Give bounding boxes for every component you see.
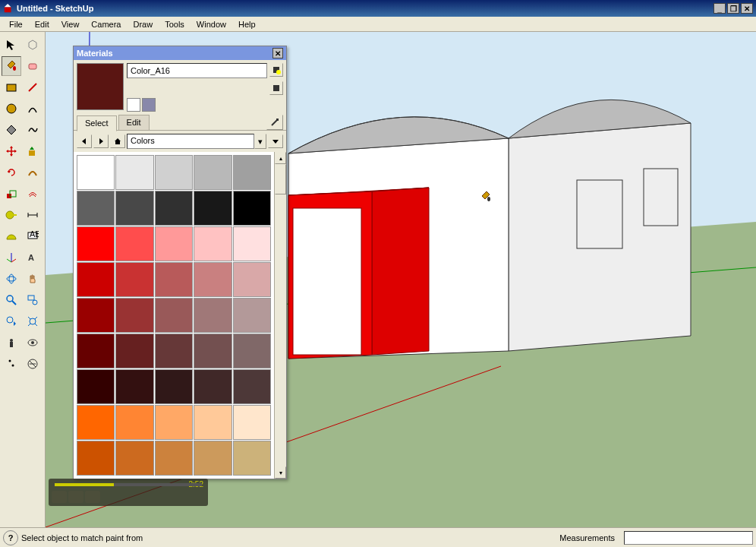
library-select[interactable]: Colors [127,134,254,149]
orbit-tool[interactable] [2,269,21,289]
section-plane-tool[interactable] [23,354,43,374]
tape-measure-tool[interactable] [2,205,21,225]
create-material-button[interactable] [269,63,283,77]
freehand-tool[interactable] [23,120,43,140]
default-swatch-back[interactable] [142,98,156,112]
color-swatch[interactable] [194,155,232,190]
color-swatch[interactable] [115,298,153,333]
color-swatch[interactable] [77,334,115,368]
menu-view[interactable]: View [55,18,86,30]
look-around-tool[interactable] [23,333,43,353]
color-swatch[interactable] [233,298,271,333]
color-swatch[interactable] [77,369,115,404]
color-swatch[interactable] [194,441,232,476]
make-component-tool[interactable] [23,35,43,55]
tab-edit[interactable]: Edit [118,115,150,130]
viewport[interactable]: Materials ✕ [46,32,756,527]
paint-bucket-tool[interactable] [2,56,21,76]
followme-tool[interactable] [23,163,43,182]
color-swatch[interactable] [77,298,115,333]
color-swatch[interactable] [233,405,271,440]
color-swatch[interactable] [233,155,271,190]
zoom-extents-tool[interactable] [23,311,43,331]
menu-help[interactable]: Help [232,18,262,30]
text-tool[interactable]: ABC [23,226,43,246]
close-button[interactable]: ✕ [741,3,753,14]
select-tool[interactable] [2,35,21,55]
color-swatch[interactable] [77,441,115,476]
rotate-tool[interactable] [2,163,21,182]
color-swatch[interactable] [155,191,193,226]
scroll-down-button[interactable]: ▾ [275,466,286,479]
color-swatch[interactable] [233,191,271,226]
zoom-tool[interactable] [2,290,21,310]
color-swatch[interactable] [233,334,271,368]
color-swatch[interactable] [194,334,232,368]
panel-titlebar[interactable]: Materials ✕ [74,46,286,60]
color-swatch[interactable] [77,405,115,440]
color-swatch[interactable] [77,262,115,297]
scale-tool[interactable] [2,184,21,204]
library-dropdown-button[interactable]: ▾ [254,134,266,149]
color-swatch[interactable] [155,405,193,440]
set-default-button[interactable] [269,81,283,95]
color-swatch[interactable] [115,262,153,297]
color-swatch[interactable] [115,155,153,190]
sample-paint-button[interactable] [266,115,283,130]
line-tool[interactable] [23,77,43,97]
color-swatch[interactable] [155,369,193,404]
color-swatch[interactable] [115,191,153,226]
color-swatch[interactable] [194,369,232,404]
color-swatch[interactable] [194,405,232,440]
menu-file[interactable]: File [3,18,29,30]
axes-tool[interactable] [2,248,21,267]
nav-forward-button[interactable] [93,134,109,148]
color-swatch[interactable] [155,155,193,190]
nav-home-button[interactable] [110,134,125,148]
color-swatch[interactable] [194,298,232,333]
color-swatch[interactable] [233,441,271,476]
measurements-input[interactable] [624,531,753,545]
panel-close-button[interactable]: ✕ [272,48,283,58]
menu-edit[interactable]: Edit [29,18,55,30]
scroll-thumb[interactable] [275,164,286,194]
position-camera-tool[interactable] [2,333,21,353]
color-swatch[interactable] [155,334,193,368]
menu-camera[interactable]: Camera [85,18,127,30]
material-name-input[interactable] [127,63,267,78]
color-swatch[interactable] [77,191,115,226]
color-swatch[interactable] [155,298,193,333]
menu-draw[interactable]: Draw [127,18,159,30]
minimize-button[interactable]: _ [713,3,726,14]
walk-tool[interactable] [2,354,21,374]
color-swatch[interactable] [194,191,232,226]
3dtext-tool[interactable]: A [23,248,43,267]
status-help-button[interactable]: ? [3,530,18,545]
library-menu-button[interactable] [268,134,283,148]
video-next-button[interactable] [85,491,100,503]
polygon-tool[interactable] [2,120,21,140]
zoom-previous-tool[interactable] [2,311,21,331]
video-play-button[interactable] [52,491,67,503]
color-swatch[interactable] [115,441,153,476]
arc-tool[interactable] [23,99,43,119]
offset-tool[interactable] [23,184,43,204]
color-swatch[interactable] [194,226,232,261]
color-swatch[interactable] [233,369,271,404]
color-swatch[interactable] [115,405,153,440]
color-swatch[interactable] [155,262,193,297]
color-swatch[interactable] [77,226,115,261]
circle-tool[interactable] [2,99,21,119]
video-seek-track[interactable] [55,483,202,486]
swatch-scrollbar[interactable]: ▴ ▾ [274,152,286,479]
color-swatch[interactable] [233,262,271,297]
video-controls-overlay[interactable]: 2:52 [49,479,208,506]
color-swatch[interactable] [155,226,193,261]
pushpull-tool[interactable] [23,141,43,161]
rectangle-tool[interactable] [2,77,21,97]
color-swatch[interactable] [155,441,193,476]
maximize-button[interactable]: ❐ [727,3,739,14]
tab-select[interactable]: Select [77,115,117,131]
dimension-tool[interactable] [23,205,43,225]
video-pause-button[interactable] [68,491,83,503]
